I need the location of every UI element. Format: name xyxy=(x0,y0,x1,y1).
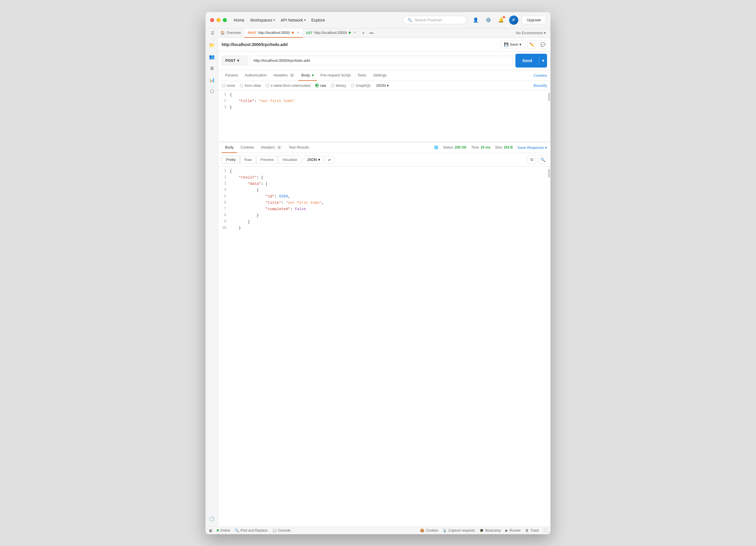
response-code-viewer[interactable]: 1 { 2 "result": { 3 "data": [ xyxy=(218,167,550,234)
copy-response-button[interactable]: ⧉ xyxy=(527,155,536,164)
body-type-graphql[interactable]: GraphQL xyxy=(351,83,371,88)
sidebar-item-environments[interactable]: 👥 xyxy=(207,52,217,62)
view-preview-button[interactable]: Preview xyxy=(256,156,278,164)
comment-button[interactable]: 💬 xyxy=(538,40,547,49)
tab2-close-icon[interactable]: ✕ xyxy=(354,31,356,34)
sidebar-toggle-button[interactable]: ☰ xyxy=(208,28,217,38)
tab-params[interactable]: Params xyxy=(222,70,241,81)
settings-button[interactable]: ⚙️ xyxy=(484,16,493,25)
sidebar-item-history[interactable]: 🕐 xyxy=(207,514,217,524)
runner-icon: ▶ xyxy=(505,528,508,532)
body-type-none[interactable]: none xyxy=(222,83,235,88)
radio-binary[interactable] xyxy=(331,84,335,87)
nav-explore[interactable]: Explore xyxy=(311,18,325,22)
tab-headers[interactable]: Headers 8 xyxy=(270,70,298,81)
tabs-bar: ☰ 🏠 Overview POST http://localhost:3000/… xyxy=(206,28,550,38)
editor-scrollbar[interactable] xyxy=(548,93,550,101)
tab-tests[interactable]: Tests xyxy=(354,70,370,81)
save-button[interactable]: 💾 Save ▾ xyxy=(500,41,525,48)
expand-icon: ⛶ xyxy=(544,528,547,532)
tab1-close-icon[interactable]: ✕ xyxy=(297,31,299,34)
nav-api-network[interactable]: API Network ▾ xyxy=(281,18,306,22)
sidebar-item-monitors[interactable]: 📊 xyxy=(207,75,217,85)
nav-workspaces[interactable]: Workspaces ▾ xyxy=(250,18,275,22)
json-format-select[interactable]: JSON ▾ xyxy=(376,83,389,88)
request-tabs-left: Params Authorization Headers 8 Body Pre-… xyxy=(222,70,390,81)
minimize-button[interactable] xyxy=(216,18,220,22)
nav-items: Home Workspaces ▾ API Network ▾ Explore xyxy=(234,18,399,22)
cookies-status-button[interactable]: 🍪 Cookies xyxy=(420,528,438,532)
response-area: Body Cookies Headers 6 Test Results 🌐 St… xyxy=(218,142,550,234)
response-meta: 🌐 Status: 200 OK Time: 25 ms Size: 254 B xyxy=(434,145,547,150)
search-bar[interactable]: 🔍 Search Postman xyxy=(403,16,467,24)
request-code-editor[interactable]: 1 { 2 "title": "our first todo" 3 } xyxy=(218,90,550,142)
resp-tab-cookies[interactable]: Cookies xyxy=(237,142,258,153)
edit-button[interactable]: ✏️ xyxy=(527,40,536,49)
environment-selector[interactable]: No Environment ▾ xyxy=(514,30,548,36)
bootcamp-button[interactable]: 🎓 Bootcamp xyxy=(479,528,501,532)
body-type-raw[interactable]: raw xyxy=(315,83,326,88)
invite-button[interactable]: 👤 xyxy=(471,16,480,25)
capture-requests-button[interactable]: 📡 Capture requests xyxy=(443,528,475,532)
send-main-button[interactable]: Send xyxy=(515,56,539,65)
response-scrollbar[interactable] xyxy=(548,169,550,178)
body-type-urlencoded[interactable]: x-www-form-urlencoded xyxy=(266,83,310,88)
tab-prerequest[interactable]: Pre-request Script xyxy=(317,70,354,81)
save-response-button[interactable]: Save Response ▾ xyxy=(517,145,547,150)
sidebar-item-flows[interactable]: ⬡ xyxy=(207,86,217,97)
request-area: http://localhost:3000/trpc/todo.add 💾 Sa… xyxy=(218,38,550,526)
radio-none[interactable] xyxy=(222,84,225,87)
upgrade-button[interactable]: Upgrade xyxy=(522,16,546,24)
view-pretty-button[interactable]: Pretty xyxy=(222,156,240,164)
sidebar-item-collections[interactable]: 📁 xyxy=(207,40,217,51)
resp-tab-headers[interactable]: Headers 6 xyxy=(258,142,285,153)
maximize-button[interactable] xyxy=(223,18,227,22)
tab-post-request[interactable]: POST http://localhost:3000/ ✕ xyxy=(244,28,303,38)
tab-overview[interactable]: 🏠 Overview xyxy=(217,28,244,38)
status-bar-layout-icon[interactable]: ▦ xyxy=(209,528,212,532)
status-online[interactable]: Online xyxy=(217,528,230,532)
beautify-link[interactable]: Beautify xyxy=(534,83,547,88)
trash-button[interactable]: 🗑 Trash xyxy=(525,528,539,532)
search-icon: 🔍 xyxy=(540,157,545,162)
radio-urlencoded[interactable] xyxy=(266,84,269,87)
cookies-icon: 🍪 xyxy=(420,528,424,532)
find-replace-button[interactable]: 🔍 Find and Replace xyxy=(235,528,268,532)
pencil-icon: ✏️ xyxy=(529,42,534,47)
app-window: Home Workspaces ▾ API Network ▾ Explore … xyxy=(206,12,550,534)
radio-graphql[interactable] xyxy=(351,84,354,87)
tab-get-request[interactable]: GET http://localhost:3000/t ✕ xyxy=(303,28,360,38)
tab-settings[interactable]: Settings xyxy=(370,70,390,81)
resp-tab-body[interactable]: Body xyxy=(222,142,237,153)
method-select[interactable]: POST ▾ xyxy=(222,56,247,65)
settings-icon: ⚙️ xyxy=(486,17,491,23)
tab-authorization[interactable]: Authorization xyxy=(241,70,270,81)
more-tabs-button[interactable]: ••• xyxy=(367,30,376,36)
filter-button[interactable]: ⇌ xyxy=(325,156,334,164)
url-input[interactable] xyxy=(250,56,513,65)
radio-form-data[interactable] xyxy=(240,84,243,87)
cookies-link[interactable]: Cookies xyxy=(534,73,547,78)
view-visualize-button[interactable]: Visualize xyxy=(278,156,302,164)
notifications-button[interactable]: 🔔 xyxy=(496,16,506,25)
response-view-opts: Pretty Raw Preview Visualize JSON ▾ ⇌ xyxy=(218,153,550,167)
body-type-binary[interactable]: binary xyxy=(331,83,346,88)
expand-button[interactable]: ⛶ xyxy=(544,528,547,532)
view-raw-button[interactable]: Raw xyxy=(240,156,256,164)
runner-button[interactable]: ▶ Runner xyxy=(505,528,521,532)
avatar[interactable]: P xyxy=(509,16,518,25)
sidebar-item-mock-servers[interactable]: 🖥 xyxy=(207,63,217,74)
body-type-form-data[interactable]: form-data xyxy=(240,83,261,88)
nav-home[interactable]: Home xyxy=(234,18,244,22)
traffic-lights xyxy=(210,18,227,22)
search-response-button[interactable]: 🔍 xyxy=(538,155,547,164)
response-format-select[interactable]: JSON ▾ xyxy=(304,156,323,164)
close-button[interactable] xyxy=(210,18,214,22)
send-dropdown-icon[interactable]: ▾ xyxy=(539,56,547,65)
add-tab-button[interactable]: + xyxy=(360,29,367,37)
console-button[interactable]: ⬜ Console xyxy=(272,528,291,532)
json-chevron-icon: ▾ xyxy=(387,83,389,88)
radio-raw[interactable] xyxy=(315,84,319,87)
tab-body[interactable]: Body xyxy=(298,70,317,81)
resp-tab-test-results[interactable]: Test Results xyxy=(285,142,313,153)
